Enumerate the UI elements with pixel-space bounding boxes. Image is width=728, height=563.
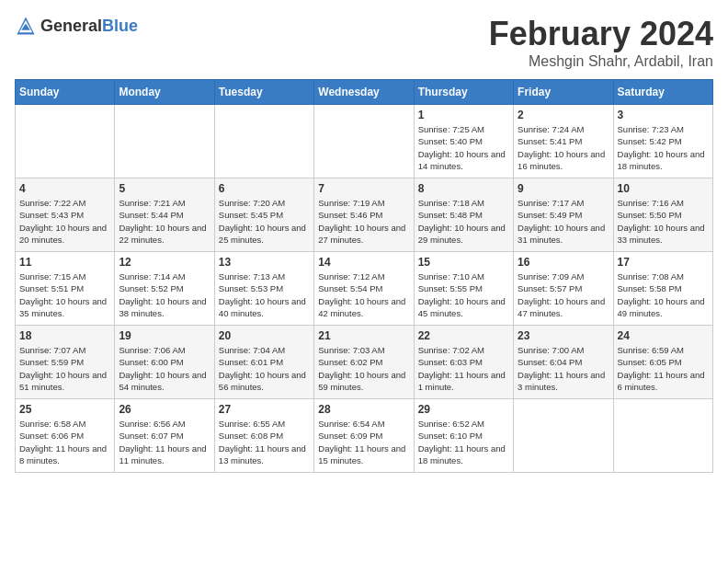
day-number: 8 <box>418 182 509 195</box>
day-number: 29 <box>418 403 509 416</box>
day-number: 22 <box>418 329 509 342</box>
logo-blue: Blue <box>102 17 138 35</box>
day-info: Sunrise: 7:02 AM Sunset: 6:03 PM Dayligh… <box>418 344 509 393</box>
day-info: Sunrise: 7:21 AM Sunset: 5:44 PM Dayligh… <box>119 197 210 246</box>
calendar-cell: 20Sunrise: 7:04 AM Sunset: 6:01 PM Dayli… <box>214 326 313 399</box>
day-number: 14 <box>318 256 409 269</box>
calendar-cell: 11Sunrise: 7:15 AM Sunset: 5:51 PM Dayli… <box>16 252 115 326</box>
day-number: 26 <box>119 403 210 416</box>
calendar-cell: 14Sunrise: 7:12 AM Sunset: 5:54 PM Dayli… <box>314 252 414 326</box>
day-info: Sunrise: 7:09 AM Sunset: 5:57 PM Dayligh… <box>518 270 609 319</box>
day-info: Sunrise: 7:16 AM Sunset: 5:50 PM Dayligh… <box>618 197 709 246</box>
week-row-1: 1Sunrise: 7:25 AM Sunset: 5:40 PM Daylig… <box>16 105 713 178</box>
calendar-cell: 12Sunrise: 7:14 AM Sunset: 5:52 PM Dayli… <box>115 252 214 326</box>
day-info: Sunrise: 7:19 AM Sunset: 5:46 PM Dayligh… <box>318 197 409 246</box>
calendar-cell: 21Sunrise: 7:03 AM Sunset: 6:02 PM Dayli… <box>314 326 414 399</box>
calendar-cell: 4Sunrise: 7:22 AM Sunset: 5:43 PM Daylig… <box>16 178 115 252</box>
day-number: 16 <box>518 256 609 269</box>
day-info: Sunrise: 6:59 AM Sunset: 6:05 PM Dayligh… <box>618 344 709 393</box>
calendar-cell: 17Sunrise: 7:08 AM Sunset: 5:58 PM Dayli… <box>613 252 712 326</box>
day-number: 27 <box>219 403 310 416</box>
calendar-cell <box>115 105 214 178</box>
calendar-cell: 28Sunrise: 6:54 AM Sunset: 6:09 PM Dayli… <box>314 399 414 473</box>
day-number: 24 <box>618 329 709 342</box>
subtitle: Meshgin Shahr, Ardabil, Iran <box>489 53 713 70</box>
calendar-cell: 1Sunrise: 7:25 AM Sunset: 5:40 PM Daylig… <box>414 105 513 178</box>
calendar-cell: 7Sunrise: 7:19 AM Sunset: 5:46 PM Daylig… <box>314 178 414 252</box>
day-info: Sunrise: 7:13 AM Sunset: 5:53 PM Dayligh… <box>219 270 310 319</box>
calendar-cell <box>314 105 414 178</box>
day-number: 18 <box>19 329 110 342</box>
calendar-cell: 26Sunrise: 6:56 AM Sunset: 6:07 PM Dayli… <box>115 399 214 473</box>
calendar-cell: 16Sunrise: 7:09 AM Sunset: 5:57 PM Dayli… <box>514 252 613 326</box>
logo: GeneralBlue <box>15 15 138 37</box>
day-info: Sunrise: 6:54 AM Sunset: 6:09 PM Dayligh… <box>318 418 409 466</box>
day-info: Sunrise: 7:07 AM Sunset: 5:59 PM Dayligh… <box>19 344 110 393</box>
day-number: 1 <box>418 109 509 121</box>
day-info: Sunrise: 7:10 AM Sunset: 5:55 PM Dayligh… <box>418 270 509 319</box>
week-row-2: 4Sunrise: 7:22 AM Sunset: 5:43 PM Daylig… <box>16 178 713 252</box>
day-info: Sunrise: 7:15 AM Sunset: 5:51 PM Dayligh… <box>19 270 110 319</box>
day-info: Sunrise: 7:25 AM Sunset: 5:40 PM Dayligh… <box>418 123 509 172</box>
day-info: Sunrise: 7:22 AM Sunset: 5:43 PM Dayligh… <box>19 197 110 246</box>
day-info: Sunrise: 7:08 AM Sunset: 5:58 PM Dayligh… <box>618 270 709 319</box>
calendar-cell: 6Sunrise: 7:20 AM Sunset: 5:45 PM Daylig… <box>214 178 313 252</box>
weekday-friday: Friday <box>514 80 613 105</box>
day-number: 12 <box>119 256 210 269</box>
calendar-cell <box>613 399 712 473</box>
weekday-tuesday: Tuesday <box>214 80 313 105</box>
day-number: 3 <box>618 109 709 121</box>
calendar-cell: 13Sunrise: 7:13 AM Sunset: 5:53 PM Dayli… <box>214 252 313 326</box>
day-info: Sunrise: 7:04 AM Sunset: 6:01 PM Dayligh… <box>219 344 310 393</box>
main-title: February 2024 <box>489 15 713 53</box>
day-number: 25 <box>19 403 110 416</box>
weekday-thursday: Thursday <box>414 80 513 105</box>
day-number: 9 <box>518 182 609 195</box>
day-info: Sunrise: 7:17 AM Sunset: 5:49 PM Dayligh… <box>518 197 609 246</box>
day-number: 7 <box>318 182 409 195</box>
header: GeneralBlue February 2024 Meshgin Shahr,… <box>15 15 713 70</box>
calendar-cell: 3Sunrise: 7:23 AM Sunset: 5:42 PM Daylig… <box>613 105 712 178</box>
logo-icon <box>15 15 37 37</box>
calendar-cell: 2Sunrise: 7:24 AM Sunset: 5:41 PM Daylig… <box>514 105 613 178</box>
calendar-cell <box>214 105 313 178</box>
calendar-cell <box>16 105 115 178</box>
calendar-cell: 5Sunrise: 7:21 AM Sunset: 5:44 PM Daylig… <box>115 178 214 252</box>
day-number: 2 <box>518 109 609 121</box>
day-info: Sunrise: 6:56 AM Sunset: 6:07 PM Dayligh… <box>119 418 210 466</box>
day-number: 20 <box>219 329 310 342</box>
day-info: Sunrise: 7:00 AM Sunset: 6:04 PM Dayligh… <box>518 344 609 393</box>
day-number: 21 <box>318 329 409 342</box>
day-number: 10 <box>618 182 709 195</box>
title-area: February 2024 Meshgin Shahr, Ardabil, Ir… <box>489 15 713 70</box>
calendar-cell: 27Sunrise: 6:55 AM Sunset: 6:08 PM Dayli… <box>214 399 313 473</box>
day-info: Sunrise: 7:03 AM Sunset: 6:02 PM Dayligh… <box>318 344 409 393</box>
day-info: Sunrise: 7:23 AM Sunset: 5:42 PM Dayligh… <box>618 123 709 172</box>
day-info: Sunrise: 7:14 AM Sunset: 5:52 PM Dayligh… <box>119 270 210 319</box>
logo-general: General <box>40 17 102 35</box>
day-info: Sunrise: 7:20 AM Sunset: 5:45 PM Dayligh… <box>219 197 310 246</box>
calendar-cell: 24Sunrise: 6:59 AM Sunset: 6:05 PM Dayli… <box>613 326 712 399</box>
day-number: 11 <box>19 256 110 269</box>
calendar-cell: 15Sunrise: 7:10 AM Sunset: 5:55 PM Dayli… <box>414 252 513 326</box>
weekday-sunday: Sunday <box>16 80 115 105</box>
day-info: Sunrise: 6:58 AM Sunset: 6:06 PM Dayligh… <box>19 418 110 466</box>
day-info: Sunrise: 7:12 AM Sunset: 5:54 PM Dayligh… <box>318 270 409 319</box>
calendar-table: SundayMondayTuesdayWednesdayThursdayFrid… <box>15 79 713 473</box>
weekday-header-row: SundayMondayTuesdayWednesdayThursdayFrid… <box>16 80 713 105</box>
day-number: 6 <box>219 182 310 195</box>
day-number: 4 <box>19 182 110 195</box>
day-number: 5 <box>119 182 210 195</box>
calendar-cell: 29Sunrise: 6:52 AM Sunset: 6:10 PM Dayli… <box>414 399 513 473</box>
calendar-cell: 22Sunrise: 7:02 AM Sunset: 6:03 PM Dayli… <box>414 326 513 399</box>
calendar-cell: 9Sunrise: 7:17 AM Sunset: 5:49 PM Daylig… <box>514 178 613 252</box>
weekday-monday: Monday <box>115 80 214 105</box>
calendar-cell: 19Sunrise: 7:06 AM Sunset: 6:00 PM Dayli… <box>115 326 214 399</box>
weekday-saturday: Saturday <box>613 80 712 105</box>
day-number: 19 <box>119 329 210 342</box>
calendar-cell <box>514 399 613 473</box>
day-info: Sunrise: 6:55 AM Sunset: 6:08 PM Dayligh… <box>219 418 310 466</box>
day-info: Sunrise: 7:24 AM Sunset: 5:41 PM Dayligh… <box>518 123 609 172</box>
day-info: Sunrise: 6:52 AM Sunset: 6:10 PM Dayligh… <box>418 418 509 466</box>
day-number: 15 <box>418 256 509 269</box>
